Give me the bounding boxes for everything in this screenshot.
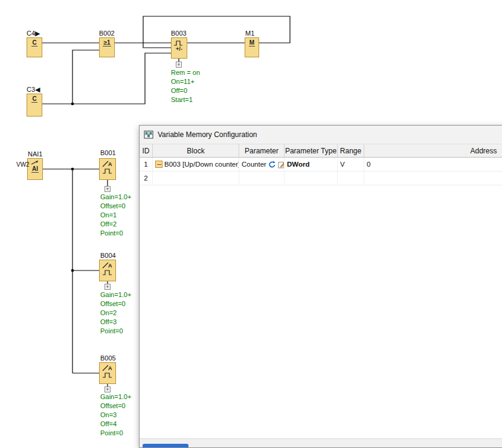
- param-line: On=1: [100, 211, 131, 220]
- svg-text:A: A: [108, 161, 112, 167]
- block-b005[interactable]: A: [99, 362, 116, 384]
- b004-params: Gain=1.0+ Offset=0 On=2 Off=3 Point=0: [100, 290, 131, 336]
- param-line: Point=0: [100, 229, 131, 238]
- analog-trigger-icon: A: [101, 160, 114, 176]
- column-header-type: Parameter Type: [285, 144, 338, 157]
- param-line: Off=3: [100, 318, 131, 327]
- param-line: Start=1: [171, 95, 200, 104]
- cell-parameter-text: Counter: [242, 161, 266, 168]
- block-type-icon: [155, 161, 163, 168]
- block-b002[interactable]: ≥1: [99, 37, 115, 57]
- cell-id: 1: [140, 158, 153, 171]
- param-line: Offset=0: [100, 402, 131, 411]
- svg-text:A: A: [108, 365, 112, 371]
- param-line: On=3: [100, 411, 131, 420]
- counter-symbol: C: [31, 39, 37, 46]
- analog-trigger-icon: A: [101, 364, 114, 380]
- param-line: On=11+: [171, 77, 200, 86]
- analog-input-symbol: AI: [31, 165, 39, 173]
- cell-parameter-type[interactable]: DWord: [285, 158, 338, 171]
- param-line: Off=0: [171, 86, 200, 95]
- block-b001-label: B001: [100, 149, 116, 156]
- cell-id: 2: [140, 171, 153, 185]
- column-header-parameter: Parameter: [239, 144, 285, 157]
- analog-arrow-icon: [30, 160, 40, 165]
- cell-block[interactable]: [153, 171, 239, 185]
- dialog-bottom-strip: [140, 438, 502, 447]
- counter-symbol: C: [31, 95, 37, 103]
- b001-params: Gain=1.0+ Offset=0 On=1 Off=2 Point=0: [100, 193, 131, 238]
- param-line: On=2: [100, 309, 131, 318]
- block-b003-label: B003: [171, 30, 187, 37]
- marker-symbol: M: [249, 39, 255, 46]
- cell-address[interactable]: 0: [364, 158, 502, 171]
- dialog-titlebar[interactable]: Variable Memory Configuration: [140, 126, 502, 144]
- cell-parameter[interactable]: [239, 171, 285, 185]
- column-header-address: Address: [364, 144, 502, 157]
- param-line: Point=0: [100, 429, 131, 438]
- b003-params: Rem = on On=11+ Off=0 Start=1: [171, 68, 200, 104]
- param-line: Point=0: [100, 327, 131, 336]
- expand-params-icon[interactable]: +: [105, 284, 111, 290]
- cell-block-text: B003 [Up/Down counter]: [164, 161, 239, 168]
- param-line: Gain=1.0+: [100, 290, 131, 299]
- table-empty-area: [140, 185, 502, 438]
- table-header-row: ID Block Parameter Parameter Type Range …: [140, 144, 502, 158]
- fbd-canvas[interactable]: C4▶ B002 B003 M1 C3◀ NAI1 VW2 B001 B004 …: [0, 0, 502, 448]
- param-line: Offset=0: [100, 299, 131, 309]
- block-b005-label: B005: [100, 354, 116, 362]
- ok-button-partial[interactable]: [143, 444, 188, 447]
- variable-memory-dialog: Variable Memory Configuration ID Block P…: [139, 125, 502, 448]
- cell-block[interactable]: B003 [Up/Down counter]: [153, 158, 239, 171]
- dialog-title: Variable Memory Configuration: [158, 130, 257, 139]
- table-row[interactable]: 1 B003 [Up/Down counter] Counter: [140, 158, 502, 171]
- expand-params-icon[interactable]: +: [105, 386, 111, 392]
- or-gate-symbol: ≥1: [103, 39, 111, 46]
- updown-counter-symbol: +/-: [176, 46, 182, 52]
- column-header-block: Block: [153, 144, 239, 157]
- cell-range[interactable]: [338, 171, 364, 185]
- block-c4-label: C4▶: [27, 30, 40, 37]
- param-line: Off=4: [100, 420, 131, 429]
- block-nai1-label: NAI1: [28, 150, 42, 158]
- cell-parameter[interactable]: Counter: [239, 158, 285, 171]
- column-header-id: ID: [140, 144, 153, 157]
- column-header-range: Range: [338, 144, 364, 157]
- refresh-icon[interactable]: [268, 161, 276, 168]
- param-line: Off=2: [100, 220, 131, 229]
- memory-icon: [144, 130, 153, 139]
- cell-address[interactable]: [364, 171, 502, 185]
- block-c3[interactable]: C: [27, 94, 42, 117]
- b005-params: Gain=1.0+ Offset=0 On=3 Off=4 Point=0: [100, 392, 131, 438]
- block-b004-label: B004: [100, 252, 116, 259]
- block-b001[interactable]: A: [99, 158, 116, 180]
- expand-params-icon[interactable]: +: [105, 186, 111, 192]
- expand-params-icon[interactable]: +: [176, 62, 182, 68]
- svg-text:A: A: [108, 263, 112, 269]
- block-m1[interactable]: M: [245, 37, 259, 57]
- table-row[interactable]: 2: [140, 171, 502, 185]
- analog-trigger-icon: A: [101, 261, 114, 277]
- param-line: Gain=1.0+: [100, 392, 131, 402]
- block-b004[interactable]: A: [99, 260, 116, 281]
- block-b002-label: B002: [99, 30, 115, 37]
- block-c4[interactable]: C: [27, 37, 42, 57]
- nai1-input-label: VW2: [16, 161, 30, 168]
- block-c3-label: C3◀: [27, 86, 40, 94]
- edit-pencil-icon[interactable]: [278, 161, 285, 168]
- cell-parameter-type[interactable]: [285, 171, 338, 185]
- param-line: Gain=1.0+: [100, 193, 131, 202]
- block-b003[interactable]: +/-: [171, 37, 187, 59]
- param-line: Offset=0: [100, 202, 131, 211]
- cell-range[interactable]: V: [338, 158, 364, 171]
- param-line: Rem = on: [171, 68, 200, 77]
- memory-table: ID Block Parameter Parameter Type Range …: [140, 144, 502, 438]
- block-m1-label: M1: [245, 30, 254, 37]
